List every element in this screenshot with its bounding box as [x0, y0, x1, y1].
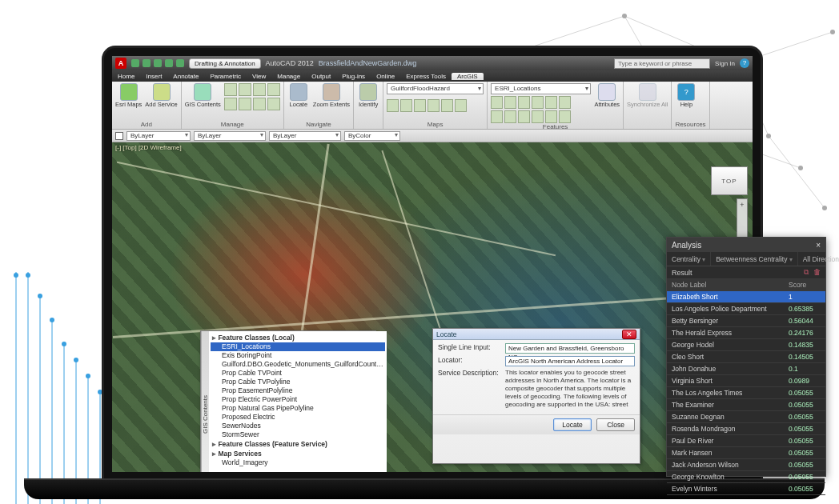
add-service-button[interactable]: Add Service — [145, 83, 177, 108]
analysis-row[interactable]: Rosenda Mondragon0.05055 — [667, 423, 825, 435]
help-button[interactable]: ?Help — [675, 83, 697, 108]
svg-point-10 — [38, 294, 42, 298]
tree-item[interactable]: Proposed Electric — [211, 413, 385, 422]
tree-item[interactable]: Exis BoringPoint — [211, 351, 385, 360]
delete-icon[interactable]: 🗑 — [813, 268, 821, 277]
color-dropdown[interactable]: ByColor — [344, 131, 400, 141]
analysis-row[interactable]: Virginia Short0.0989 — [667, 375, 825, 387]
gis-contents-tree[interactable]: Feature Classes (Local) ESRI_Locations E… — [209, 331, 387, 472]
analysis-row[interactable]: The Los Angeles Times0.05055 — [667, 387, 825, 399]
linetype-dropdown[interactable]: ByLayer — [269, 131, 341, 141]
analysis-row[interactable]: Elizabeth Short1 — [667, 291, 825, 303]
properties-bar: ByLayer ByLayer ByLayer ByColor — [112, 130, 753, 142]
analysis-row[interactable]: Jack Anderson Wilson0.05055 — [667, 459, 825, 471]
analysis-tab-directions[interactable]: All Directions — [798, 252, 839, 266]
viewport-label[interactable]: [-] [Top] [2D Wireframe] — [115, 144, 182, 151]
analysis-row[interactable]: Suzanne Degnan0.05055 — [667, 411, 825, 423]
tab-annotate[interactable]: Annotate — [167, 73, 204, 80]
tree-item[interactable]: Prop Electric PowerPoint — [211, 395, 385, 404]
analysis-row[interactable]: Los Angeles Police Department0.65385 — [667, 303, 825, 315]
svg-point-27 — [622, 14, 627, 18]
manage-tools[interactable] — [224, 83, 280, 110]
tab-insert[interactable]: Insert — [140, 73, 167, 80]
locator-dropdown[interactable]: ArcGIS North American Address Locator — [505, 356, 635, 366]
svg-point-9 — [26, 273, 30, 278]
view-cube[interactable]: TOP — [711, 166, 748, 195]
locate-dialog[interactable]: Locate ✕ Single Line Input: New Garden a… — [432, 328, 640, 464]
analysis-row[interactable]: Mark Hansen0.05055 — [667, 447, 825, 459]
tab-arcgis[interactable]: ArcGIS — [452, 73, 484, 80]
features-dropdown[interactable]: ESRI_Locations — [491, 83, 591, 94]
help-icon[interactable]: ? — [740, 58, 749, 68]
analysis-row[interactable]: The Herald Express0.24176 — [667, 327, 825, 339]
tree-item[interactable]: Guilford.DBO.Geodetic_Monuments_Guilford… — [211, 360, 385, 369]
svg-point-13 — [74, 358, 78, 362]
tree-item[interactable]: Prop Cable TVPolyline — [211, 378, 385, 386]
map-tools[interactable] — [387, 99, 484, 112]
tab-output[interactable]: Output — [306, 73, 336, 80]
tree-group-local[interactable]: Feature Classes (Local) — [211, 333, 385, 342]
ribbon: Esri Maps Add Service Add GIS Contents M… — [112, 82, 753, 130]
svg-point-11 — [50, 318, 54, 322]
app-logo[interactable]: A — [115, 58, 126, 69]
tree-item[interactable]: StormSewer — [211, 430, 385, 439]
analysis-row[interactable]: George Hodel0.14835 — [667, 339, 825, 351]
zoom-in-icon[interactable]: + — [740, 201, 744, 209]
feature-tools[interactable] — [491, 96, 591, 123]
tree-item[interactable]: ESRI_Locations — [211, 342, 385, 351]
analysis-row[interactable]: Paul De River0.05055 — [667, 435, 825, 447]
analysis-row[interactable]: Cleo Short0.14505 — [667, 351, 825, 363]
lineweight-dropdown[interactable]: ByLayer — [194, 131, 266, 141]
locate-action-button[interactable]: Locate — [553, 418, 592, 431]
tree-item[interactable]: SewerNodes — [211, 422, 385, 430]
workspace-selector[interactable]: Drafting & Annotation — [189, 58, 261, 69]
tab-expresstools[interactable]: Express Tools — [400, 73, 452, 80]
search-input[interactable]: Type a keyword or phrase — [614, 58, 710, 69]
analysis-tab-betweenness[interactable]: Betweenness Centrality — [711, 252, 798, 266]
analysis-title: Analysis — [672, 241, 701, 250]
tab-view[interactable]: View — [247, 73, 271, 80]
ribbon-group-features: Features — [491, 123, 620, 131]
synchronize-button[interactable]: Synchronize All — [627, 83, 668, 108]
analysis-panel[interactable]: Analysis × Centrality Betweenness Centra… — [666, 237, 826, 477]
analysis-row[interactable]: Evelyn Winters0.05055 — [667, 483, 825, 495]
analysis-row[interactable]: George Knowlton0.05055 — [667, 471, 825, 483]
tree-item[interactable]: Prop Cable TVPoint — [211, 369, 385, 378]
analysis-row[interactable]: John Donahue0.1 — [667, 363, 825, 375]
document-title: BrassfieldAndNewGarden.dwg — [319, 59, 417, 67]
gis-contents-panel[interactable]: GIS Contents Feature Classes (Local) ESR… — [200, 330, 376, 472]
close-icon[interactable]: × — [816, 241, 821, 250]
tab-home[interactable]: Home — [112, 73, 140, 80]
copy-icon[interactable]: ⧉ — [804, 268, 809, 277]
tab-plugins[interactable]: Plug-ins — [336, 73, 371, 80]
signin-link[interactable]: Sign In — [715, 60, 735, 67]
tree-group-service[interactable]: Feature Classes (Feature Service) — [211, 439, 385, 449]
tab-online[interactable]: Online — [371, 73, 400, 80]
analysis-row[interactable]: The Examiner0.05055 — [667, 399, 825, 411]
single-line-input[interactable]: New Garden and Brassfield, Greensboro NC — [505, 343, 635, 354]
svg-point-34 — [822, 206, 827, 210]
analysis-row[interactable]: Betty Bersinger0.56044 — [667, 315, 825, 327]
tree-group-mapservices[interactable]: Map Services — [211, 449, 385, 458]
close-icon[interactable]: ✕ — [622, 330, 636, 339]
layer-color-swatch[interactable] — [115, 132, 123, 140]
tree-item[interactable]: Prop EasementPolyline — [211, 386, 385, 395]
tab-parametric[interactable]: Parametric — [204, 73, 247, 80]
layer-dropdown[interactable]: ByLayer — [126, 131, 191, 141]
maps-dropdown[interactable]: GuilfordFloodHazard — [387, 83, 484, 94]
identify-button[interactable]: Identify — [357, 83, 379, 108]
zoom-extents-button[interactable]: Zoom Extents — [313, 83, 350, 108]
esri-maps-button[interactable]: Esri Maps — [115, 83, 142, 108]
quick-access-toolbar[interactable] — [131, 59, 184, 67]
svg-line-16 — [528, 16, 624, 48]
analysis-tab-centrality[interactable]: Centrality — [667, 252, 711, 266]
gis-contents-tab[interactable]: GIS Contents — [201, 331, 209, 472]
tree-item[interactable]: Prop Natural Gas PipePolyline — [211, 404, 385, 413]
drawing-canvas[interactable]: [-] [Top] [2D Wireframe] TOP + ⌂ − GIS C… — [112, 142, 753, 472]
tab-manage[interactable]: Manage — [271, 73, 306, 80]
locate-button[interactable]: Locate — [287, 83, 310, 108]
tree-item[interactable]: World_Imagery — [211, 458, 385, 467]
close-button[interactable]: Close — [596, 418, 635, 431]
attributes-button[interactable]: Attributes — [594, 83, 620, 108]
gis-contents-button[interactable]: GIS Contents — [185, 83, 221, 108]
